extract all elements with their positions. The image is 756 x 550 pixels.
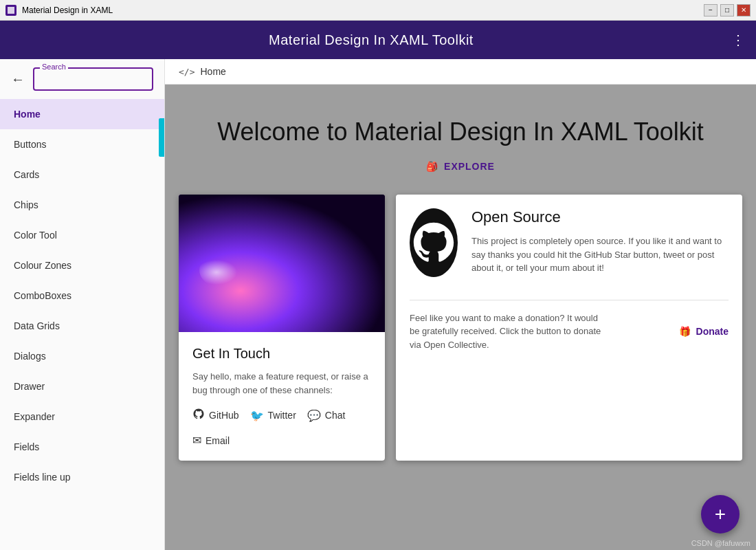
app-container: Material Design In XAML Toolkit ⋮ ← Sear… — [0, 21, 756, 550]
get-in-touch-title: Get In Touch — [192, 346, 371, 362]
chat-link[interactable]: 💬 Chat — [307, 408, 346, 423]
get-in-touch-actions: GitHub 🐦 Twitter 💬 Chat ✉ — [192, 408, 371, 447]
open-source-top: Open Source This project is completely o… — [396, 195, 742, 300]
breadcrumb-label: Home — [200, 66, 225, 77]
watermark: CSDN @fafuwxm — [691, 539, 751, 547]
top-bar: Material Design In XAML Toolkit ⋮ — [0, 21, 756, 59]
open-source-title: Open Source — [471, 208, 729, 226]
svg-rect-0 — [8, 7, 14, 14]
explore-label: EXPLORE — [444, 161, 495, 172]
explore-icon: 🎒 — [426, 161, 438, 172]
main-layout: ← Search HomeButtonsCardsChipsColor Tool… — [0, 59, 756, 550]
get-in-touch-desc: Say hello, make a feature request, or ra… — [192, 370, 371, 397]
hero-title: Welcome to Material Design In XAML Toolk… — [192, 118, 729, 146]
donate-icon: 🎁 — [679, 326, 691, 337]
app-icon — [5, 5, 16, 16]
open-source-desc: This project is completely open source. … — [471, 234, 729, 275]
card-image — [179, 195, 385, 332]
sidebar-item-buttons[interactable]: Buttons — [0, 129, 164, 160]
donate-label: Donate — [696, 326, 729, 337]
search-wrapper: Search — [33, 67, 153, 91]
close-button[interactable]: ✕ — [737, 4, 751, 16]
sidebar-item-expander[interactable]: Expander — [0, 402, 164, 432]
explore-button[interactable]: 🎒 EXPLORE — [426, 161, 495, 172]
sidebar-item-fields-lineup[interactable]: Fields line up — [0, 462, 164, 492]
sidebar-nav: HomeButtonsCardsChipsColor ToolColour Zo… — [0, 99, 164, 550]
get-in-touch-body: Get In Touch Say hello, make a feature r… — [179, 332, 385, 461]
email-icon: ✉ — [192, 434, 201, 447]
sidebar: ← Search HomeButtonsCardsChipsColor Tool… — [0, 59, 165, 550]
minimize-button[interactable]: − — [704, 4, 718, 16]
cards-section: Get In Touch Say hello, make a feature r… — [165, 195, 756, 474]
sidebar-item-color-tool[interactable]: Color Tool — [0, 220, 164, 250]
hero-section: Welcome to Material Design In XAML Toolk… — [165, 85, 756, 195]
open-source-content: Open Source This project is completely o… — [471, 208, 729, 286]
email-link[interactable]: ✉ Email — [192, 434, 230, 447]
back-button[interactable]: ← — [11, 72, 25, 87]
open-source-card: Open Source This project is completely o… — [396, 195, 742, 461]
maximize-button[interactable]: □ — [720, 4, 734, 16]
github-link[interactable]: GitHub — [192, 408, 239, 423]
top-bar-title: Material Design In XAML Toolkit — [11, 32, 731, 48]
top-bar-menu-button[interactable]: ⋮ — [731, 32, 745, 48]
sidebar-item-colour-zones[interactable]: Colour Zones — [0, 250, 164, 280]
title-bar-title: Material Design in XAML — [22, 6, 698, 15]
breadcrumb: </> Home — [165, 59, 756, 85]
search-label: Search — [40, 63, 68, 71]
chat-label: Chat — [325, 410, 346, 421]
twitter-icon: 🐦 — [250, 409, 264, 422]
get-in-touch-card: Get In Touch Say hello, make a feature r… — [179, 195, 385, 461]
twitter-label: Twitter — [268, 410, 296, 421]
sidebar-item-chips[interactable]: Chips — [0, 190, 164, 220]
sidebar-header: ← Search — [0, 59, 164, 99]
breadcrumb-icon: </> — [179, 67, 194, 77]
sidebar-item-combo-boxes[interactable]: ComboBoxes — [0, 280, 164, 311]
github-label: GitHub — [209, 410, 239, 421]
sidebar-item-home[interactable]: Home — [0, 99, 164, 129]
github-icon — [192, 408, 205, 423]
window-controls: − □ ✕ — [704, 4, 751, 16]
search-input[interactable] — [40, 74, 146, 85]
donation-text: Feel like you want to make a donation? I… — [410, 311, 602, 352]
svg-point-2 — [199, 250, 268, 291]
donate-button[interactable]: 🎁 Donate — [679, 326, 729, 337]
sidebar-item-drawer[interactable]: Drawer — [0, 371, 164, 402]
twitter-link[interactable]: 🐦 Twitter — [250, 408, 296, 423]
teal-accent-strip — [159, 118, 164, 157]
github-logo — [410, 208, 458, 277]
title-bar: Material Design in XAML − □ ✕ — [0, 0, 756, 21]
email-label: Email — [205, 435, 230, 446]
sidebar-item-dialogs[interactable]: Dialogs — [0, 341, 164, 371]
sidebar-item-cards[interactable]: Cards — [0, 160, 164, 190]
sidebar-item-data-grids[interactable]: Data Grids — [0, 311, 164, 341]
open-source-bottom: Feel like you want to make a donation? I… — [396, 300, 742, 363]
sidebar-item-fields[interactable]: Fields — [0, 432, 164, 462]
fab-button[interactable]: + — [701, 495, 740, 534]
content-area: </> Home Welcome to Material Design In X… — [165, 59, 756, 550]
chat-icon: 💬 — [307, 409, 321, 422]
